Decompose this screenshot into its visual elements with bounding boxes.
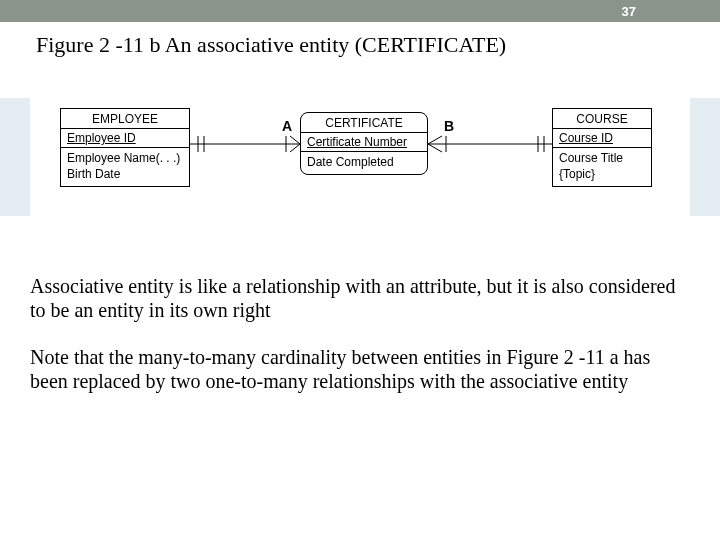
svg-line-8 — [428, 144, 442, 152]
entity-certificate-name: CERTIFICATE — [301, 113, 427, 133]
relationship-b-label: B — [444, 118, 454, 134]
entity-course-attrs: Course Title {Topic} — [553, 148, 651, 186]
entity-certificate-attr1: Date Completed — [307, 154, 421, 170]
body-text: Associative entity is like a relationshi… — [0, 216, 720, 394]
entity-certificate: CERTIFICATE Certificate Number Date Comp… — [300, 112, 428, 175]
entity-certificate-attrs: Date Completed — [301, 152, 427, 174]
entity-employee-name: EMPLOYEE — [61, 109, 189, 129]
entity-employee-pk: Employee ID — [61, 129, 189, 148]
entity-employee-attr2: Birth Date — [67, 166, 183, 182]
entity-employee-attrs: Employee Name(. . .) Birth Date — [61, 148, 189, 186]
slide-top-bar: 37 — [0, 0, 720, 22]
entity-course-attr2: {Topic} — [559, 166, 645, 182]
paragraph-1: Associative entity is like a relationshi… — [30, 274, 690, 323]
page-number: 37 — [622, 4, 636, 19]
svg-line-3 — [290, 136, 300, 144]
entity-employee: EMPLOYEE Employee ID Employee Name(. . .… — [60, 108, 190, 187]
entity-certificate-pk: Certificate Number — [301, 133, 427, 152]
diagram-canvas: EMPLOYEE Employee ID Employee Name(. . .… — [30, 92, 690, 222]
er-diagram: EMPLOYEE Employee ID Employee Name(. . .… — [0, 98, 720, 216]
paragraph-2: Note that the many-to-many cardinality b… — [30, 345, 690, 394]
entity-employee-attr1: Employee Name(. . .) — [67, 150, 183, 166]
svg-line-4 — [290, 144, 300, 152]
figure-title: Figure 2 -11 b An associative entity (CE… — [0, 22, 720, 58]
entity-course-attr1: Course Title — [559, 150, 645, 166]
relationship-a-connector — [190, 134, 300, 154]
entity-course: COURSE Course ID Course Title {Topic} — [552, 108, 652, 187]
entity-course-name: COURSE — [553, 109, 651, 129]
entity-course-pk: Course ID — [553, 129, 651, 148]
relationship-b-connector — [428, 134, 552, 154]
relationship-a-label: A — [282, 118, 292, 134]
svg-line-7 — [428, 136, 442, 144]
